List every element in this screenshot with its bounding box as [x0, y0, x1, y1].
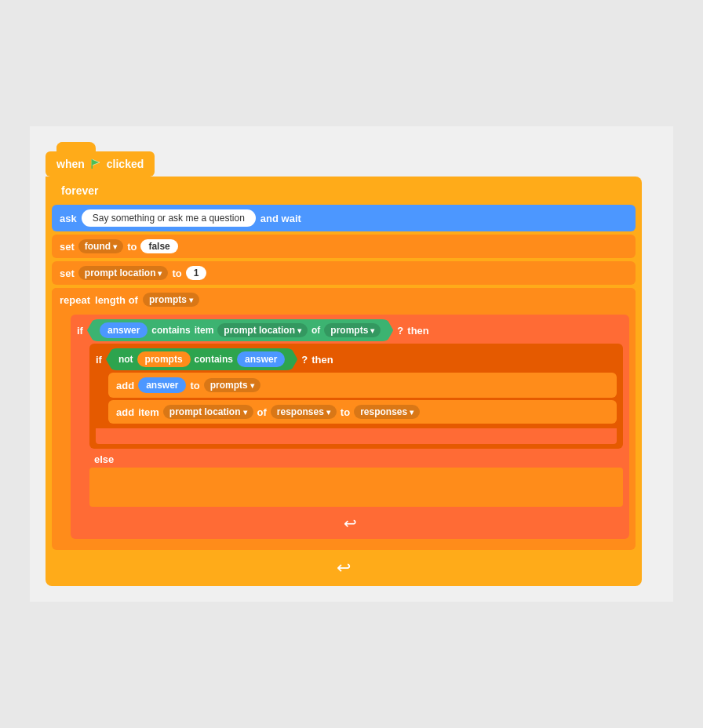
set-label-2: set	[60, 268, 75, 279]
prompts-dropdown-repeat[interactable]: prompts	[143, 293, 199, 307]
flag-icon	[89, 158, 102, 170]
add-item-block: add item prompt location of responses to…	[108, 400, 617, 424]
repeat-container: repeat length of prompts if answer conta…	[52, 288, 636, 550]
answer-pill-2: answer	[237, 351, 285, 367]
ask-block: ask Say something or ask me a question a…	[52, 205, 636, 231]
prompts-dropdown-add[interactable]: prompts	[204, 378, 260, 392]
item-label-1: item	[195, 325, 214, 336]
length-of-label: length of	[95, 294, 138, 306]
if-label-1: if	[77, 325, 83, 337]
question-mark-2: ?	[301, 354, 308, 366]
responses-dropdown-2[interactable]: responses	[354, 405, 420, 419]
if-label-2: if	[96, 354, 102, 366]
forever-arrow-wrapper: ↩	[52, 556, 636, 580]
then-label-2: then	[311, 354, 333, 366]
prompt-loc-in-condition[interactable]: prompt location	[217, 323, 308, 337]
to-label-1: to	[127, 241, 137, 253]
repeat-header: repeat length of prompts	[52, 288, 636, 311]
else-body	[89, 468, 623, 507]
answer-pill-1: answer	[100, 322, 148, 338]
prompts-dropdown-if1[interactable]: prompts	[324, 323, 381, 337]
inner-condition: not prompts contains answer	[106, 348, 297, 370]
repeat-label: repeat	[60, 294, 90, 306]
loop-arrow-1: ↩	[339, 512, 362, 534]
set-found-block: set found to false	[52, 235, 636, 258]
repeat-body: if answer contains item prompt location …	[52, 311, 636, 545]
clicked-label: clicked	[107, 158, 144, 170]
if-outer-container: if answer contains item prompt location …	[71, 315, 629, 539]
to-label-2: to	[172, 268, 181, 279]
inner-if-bottom	[96, 428, 617, 444]
add-answer-block: add answer to prompts	[108, 373, 617, 398]
loop-arrow-forever: ↩	[332, 556, 355, 580]
else-section: else	[89, 451, 623, 507]
answer-in-add: answer	[138, 377, 186, 393]
contains-label-2: contains	[195, 354, 233, 365]
svg-marker-0	[92, 159, 100, 166]
false-value: false	[140, 239, 177, 253]
scratch-program: when clicked forever ask Say something o…	[46, 142, 657, 586]
inner-if-body: add answer to prompts add item	[108, 373, 617, 424]
if-inner-header: if not prompts contains answer ? then	[96, 348, 617, 370]
responses-dropdown-1[interactable]: responses	[271, 405, 337, 419]
prompt-location-dropdown[interactable]: prompt location	[78, 266, 169, 280]
if-outer-header: if answer contains item prompt location …	[77, 319, 623, 341]
ask-input-value[interactable]: Say something or ask me a question	[82, 209, 256, 227]
when-label: when	[56, 158, 85, 170]
hat-block: when clicked	[46, 151, 155, 177]
then-label-1: then	[407, 325, 428, 337]
set-prompt-location-block: set prompt location to 1	[52, 261, 636, 285]
value-1: 1	[186, 266, 207, 280]
if-outer-body: if not prompts contains answer ? then	[89, 344, 623, 507]
ask-label: ask	[60, 213, 77, 224]
to-label-add2: to	[341, 406, 350, 418]
add-label-1: add	[116, 380, 134, 391]
repeat-arrow-wrapper: ↩	[77, 512, 623, 534]
forever-label: forever	[52, 180, 636, 202]
outer-condition: answer contains item prompt location of …	[87, 319, 393, 341]
to-label-add1: to	[190, 380, 199, 391]
item-label-2: item	[138, 406, 159, 418]
of-label-2: of	[257, 406, 267, 418]
prompts-pill: prompts	[137, 351, 191, 367]
prompt-loc-in-add2[interactable]: prompt location	[163, 405, 253, 419]
add-label-2: add	[116, 406, 134, 418]
contains-label-1: contains	[151, 325, 190, 336]
of-label-1: of	[311, 325, 320, 336]
question-mark-1: ?	[397, 325, 403, 337]
not-label: not	[118, 354, 133, 365]
found-dropdown[interactable]: found	[78, 239, 123, 253]
and-wait-label: and wait	[260, 213, 301, 224]
set-label-1: set	[60, 241, 75, 253]
forever-container: forever ask Say something or ask me a qu…	[46, 177, 642, 586]
else-label: else	[89, 451, 623, 468]
if-inner-container: if not prompts contains answer ? then	[89, 344, 623, 449]
svg-rect-1	[91, 159, 93, 169]
